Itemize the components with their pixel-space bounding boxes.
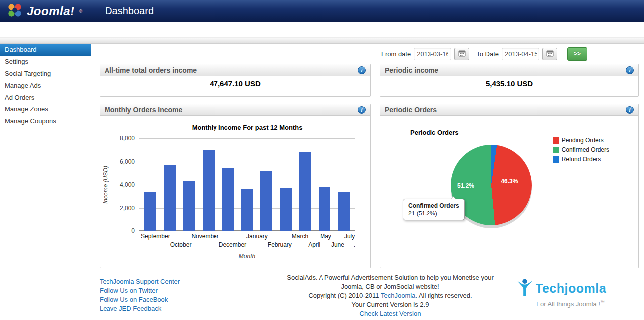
sidebar-item-dashboard[interactable]: Dashboard <box>0 44 91 56</box>
copyright-post: . All rights reserved. <box>415 292 472 299</box>
toolbar-strip <box>0 37 644 44</box>
from-date-input[interactable] <box>414 48 451 60</box>
legend-label: Refund Orders <box>562 156 601 163</box>
x-tick-label: October <box>170 241 192 249</box>
pie-tooltip: Confirmed Orders 21 (51.2%) <box>403 199 465 220</box>
bar-chart-grid: Income (USD) 02,0004,0006,0008,000 <box>100 138 370 231</box>
techjoomla-tagline: For All things Joomla !™ <box>537 300 639 308</box>
footer-link-follow-us-on-facebook[interactable]: Follow Us on FaceBook <box>100 295 264 304</box>
legend-swatch <box>553 156 559 163</box>
trademark: ™ <box>600 300 605 305</box>
periodic-orders-panel-title: Periodic Orders <box>385 106 437 114</box>
x-tick-label: November <box>191 233 218 240</box>
y-axis-ticks: 02,0004,0006,0008,000 <box>111 138 139 231</box>
periodic-orders-panel-header: Periodic Orders i <box>380 104 638 116</box>
bar-july <box>338 192 350 231</box>
joomla-wordmark: Joomla! <box>27 4 75 18</box>
info-icon[interactable]: i <box>626 66 634 74</box>
copyright-line: Copyright (C) 2010-2011 TechJoomla. All … <box>264 291 517 300</box>
y-tick-label: 6,000 <box>120 158 135 165</box>
x-tick-label: March <box>292 233 308 240</box>
x-tick-label: May <box>320 233 331 240</box>
bar-june <box>319 187 330 231</box>
periodic-orders-panel: Periodic Orders i Periodic Orders 46.3%5… <box>380 104 639 268</box>
bar-february <box>241 189 253 231</box>
periodic-income-panel-title: Periodic income <box>385 66 438 74</box>
y-tick-label: 2,000 <box>120 205 135 212</box>
apply-date-range-button[interactable]: >> <box>567 47 587 61</box>
info-icon[interactable]: i <box>358 66 366 74</box>
sidebar-item-manage-ads[interactable]: Manage Ads <box>0 80 91 92</box>
info-icon[interactable]: i <box>358 106 366 114</box>
bar-september <box>144 192 156 231</box>
monthly-orders-panel-title: Monthly Orders Income <box>105 106 182 114</box>
sidebar-item-ad-orders[interactable]: Ad Orders <box>0 92 91 104</box>
joomla-logo-icon <box>7 3 23 19</box>
legend-label: Confirmed Orders <box>562 146 609 153</box>
legend-item-confirmed-orders: Confirmed Orders <box>553 146 609 153</box>
total-income-panel: All-time total orders income i 47,647.10… <box>100 64 371 97</box>
calendar-icon <box>546 50 554 58</box>
from-date-calendar-button[interactable] <box>454 48 469 60</box>
top-bar: Joomla!® Dashboard <box>0 0 644 22</box>
bar-series <box>141 138 353 231</box>
check-latest-version-link[interactable]: Check Latest Version <box>360 310 421 317</box>
footer: TechJoomla Support CenterFollow Us on Tw… <box>100 272 639 318</box>
date-filter-row: From date To Date >> <box>100 44 639 64</box>
y-tick-label: 8,000 <box>120 135 135 142</box>
calendar-icon <box>458 50 466 58</box>
about-line1: SocialAds. A Powerful Advertisement Solu… <box>264 273 517 282</box>
charts-row: Monthly Orders Income i Monthly Income F… <box>100 104 639 268</box>
main-content: From date To Date >> All-time total orde… <box>100 44 639 318</box>
x-tick-label: December <box>219 241 246 249</box>
sidebar-item-manage-zones[interactable]: Manage Zones <box>0 104 91 115</box>
bar-march <box>260 171 272 231</box>
legend-item-pending-orders: Pending Orders <box>553 137 609 144</box>
pie-chart-title: Periodic Orders <box>410 129 459 136</box>
bar-december <box>203 150 215 231</box>
pie-slice-label-pending-orders: 46.3% <box>501 178 518 185</box>
x-tick-label: June <box>331 241 344 249</box>
pie-legend: Pending OrdersConfirmed OrdersRefund Ord… <box>553 137 609 165</box>
periodic-orders-pie-chart: Periodic Orders 46.3%51.2% Pending Order… <box>380 116 638 268</box>
to-date-input[interactable] <box>502 48 539 60</box>
legend-label: Pending Orders <box>562 137 604 144</box>
bar-chart-title: Monthly Income For past 12 Months <box>139 124 355 131</box>
copyright-pre: Copyright (C) 2010-2011 <box>308 292 381 299</box>
summary-row: All-time total orders income i 47,647.10… <box>100 64 639 97</box>
techjoomla-link[interactable]: TechJoomla <box>381 292 415 299</box>
techjoomla-wordmark: Techjoomla <box>536 281 606 296</box>
x-tick-label: January <box>246 233 268 240</box>
footer-about: SocialAds. A Powerful Advertisement Solu… <box>264 272 517 318</box>
footer-link-follow-us-on-twitter[interactable]: Follow Us on Twitter <box>100 286 264 295</box>
sidebar: DashboardSettingsSocial TargetingManage … <box>0 44 91 127</box>
sidebar-item-settings[interactable]: Settings <box>0 56 91 68</box>
bar-october <box>164 165 176 231</box>
sidebar-item-manage-coupons[interactable]: Manage Coupons <box>0 115 91 127</box>
x-axis-title: Month <box>139 253 355 260</box>
techjoomla-person-icon <box>517 278 533 299</box>
to-date-calendar-button[interactable] <box>542 48 557 60</box>
footer-link-techjoomla-support-center[interactable]: TechJoomla Support Center <box>100 277 264 286</box>
from-date-label: From date <box>381 50 411 58</box>
x-tick-label: July <box>344 233 355 240</box>
x-axis-labels: SeptemberOctoberNovemberDecemberJanuaryF… <box>139 231 355 251</box>
total-income-panel-header: All-time total orders income i <box>100 64 370 76</box>
footer-link-leave-jed-feedback[interactable]: Leave JED Feedback <box>100 304 264 313</box>
info-icon[interactable]: i <box>626 106 634 114</box>
periodic-income-panel: Periodic income i 5,435.10 USD <box>380 64 639 97</box>
monthly-orders-panel-header: Monthly Orders Income i <box>100 104 370 116</box>
legend-swatch <box>553 147 559 153</box>
sidebar-item-social-targeting[interactable]: Social Targeting <box>0 68 91 80</box>
x-axis-overflow-label: . <box>354 241 355 248</box>
pie-tooltip-title: Confirmed Orders <box>408 202 459 210</box>
pie-tooltip-value: 21 (51.2%) <box>408 210 459 217</box>
periodic-income-value: 5,435.10 USD <box>380 76 638 96</box>
y-tick-label: 0 <box>131 227 135 234</box>
x-tick-label: April <box>308 241 320 249</box>
to-date-label: To Date <box>476 50 499 58</box>
total-income-panel-title: All-time total orders income <box>105 66 197 74</box>
about-line2: Joomla, CB or JomSocial website! <box>264 282 517 291</box>
x-tick-label: September <box>141 233 170 240</box>
bar-april <box>280 188 292 231</box>
